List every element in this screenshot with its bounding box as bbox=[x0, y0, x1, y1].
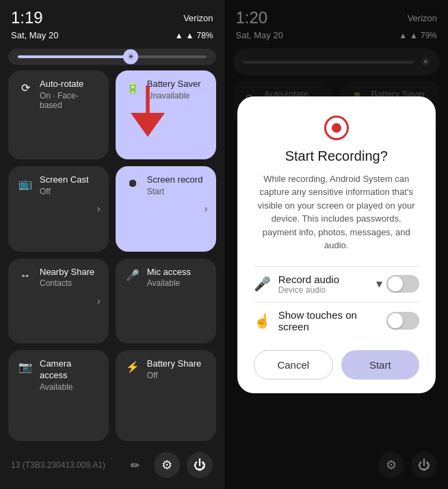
screen-record-icon: ⏺ bbox=[125, 176, 140, 191]
battery-saver-icon: 🔋 bbox=[125, 80, 140, 95]
show-touches-option[interactable]: ☝ Show touches on screen bbox=[254, 302, 419, 339]
tile-nearby-share-text: Nearby Share Contacts bbox=[40, 267, 99, 289]
screen-cast-icon: 📺 bbox=[18, 176, 33, 191]
tile-camera-access[interactable]: 📷 Camera access Available bbox=[8, 350, 109, 441]
auto-rotate-sub: On · Face-based bbox=[40, 91, 99, 110]
camera-access-sub: Available bbox=[40, 382, 99, 392]
tile-battery-saver[interactable]: 🔋 Battery Saver Unavailable bbox=[116, 70, 216, 159]
mic-access-icon: 🎤 bbox=[125, 268, 140, 283]
right-panel: 1:20 Verizon Sat, May 20 ▲ ▲ 79% ☀ ⟳ Aut… bbox=[225, 0, 449, 489]
brightness-slider[interactable] bbox=[8, 49, 216, 65]
record-audio-option[interactable]: 🎤 Record audio Device audio ▾ bbox=[254, 266, 419, 302]
nearby-share-sub: Contacts bbox=[40, 278, 99, 288]
screen-cast-chevron: › bbox=[97, 203, 101, 214]
record-audio-sub: Device audio bbox=[278, 285, 376, 295]
record-audio-text: Record audio Device audio bbox=[278, 274, 376, 295]
power-button[interactable]: ⏻ bbox=[187, 452, 213, 478]
battery-share-title: Battery Share bbox=[147, 358, 207, 370]
tile-battery-share[interactable]: ⚡ Battery Share Off bbox=[116, 350, 216, 441]
show-touches-controls bbox=[386, 312, 419, 330]
tiles-grid: ⟳ Auto-rotate On · Face-based 🔋 Battery … bbox=[0, 70, 224, 441]
tile-screen-record-text: Screen record Start bbox=[147, 174, 207, 196]
tile-auto-rotate-text: Auto-rotate On · Face-based bbox=[40, 79, 99, 110]
camera-access-icon: 📷 bbox=[18, 360, 33, 375]
show-touches-title: Show touches on screen bbox=[278, 309, 386, 332]
tile-camera-access-text: Camera access Available bbox=[40, 358, 99, 392]
camera-access-title: Camera access bbox=[40, 358, 99, 382]
screen-record-sub: Start bbox=[147, 187, 207, 196]
show-touches-icon: ☝ bbox=[254, 313, 270, 329]
battery-share-icon: ⚡ bbox=[125, 360, 140, 375]
battery-saver-sub: Unavailable bbox=[147, 91, 207, 101]
tile-screen-record[interactable]: ⏺ Screen record Start › bbox=[116, 166, 216, 251]
start-recording-dialog: Start Recording? While recording, Androi… bbox=[237, 96, 436, 393]
dialog-title: Start Recording? bbox=[254, 148, 419, 164]
tile-screen-cast[interactable]: 📺 Screen Cast Off › bbox=[8, 166, 109, 251]
left-panel: 1:19 Verizon Sat, May 20 ▲ ▲ 78% ⟳ Auto-… bbox=[0, 0, 224, 489]
start-button[interactable]: Start bbox=[341, 350, 419, 380]
nearby-share-title: Nearby Share bbox=[40, 267, 99, 278]
screen-cast-sub: Off bbox=[40, 187, 99, 196]
tile-auto-rotate[interactable]: ⟳ Auto-rotate On · Face-based bbox=[8, 70, 109, 159]
record-audio-controls: ▾ bbox=[376, 275, 419, 293]
mic-access-title: Mic access bbox=[147, 267, 207, 278]
auto-rotate-title: Auto-rotate bbox=[40, 79, 99, 90]
tile-battery-share-text: Battery Share Off bbox=[147, 358, 207, 380]
record-audio-title: Record audio bbox=[278, 274, 376, 285]
record-audio-dropdown[interactable]: ▾ bbox=[376, 276, 382, 291]
nearby-share-chevron: › bbox=[97, 295, 101, 306]
tile-screen-cast-text: Screen Cast Off bbox=[40, 174, 99, 196]
left-date: Sat, May 20 bbox=[11, 30, 58, 40]
dialog-buttons: Cancel Start bbox=[254, 350, 419, 380]
settings-button[interactable]: ⚙ bbox=[154, 452, 180, 478]
screen-record-title: Screen record bbox=[147, 174, 207, 186]
build-info: 13 (T3B3.230413.009.A1) bbox=[11, 460, 105, 470]
left-status-bar: 1:19 Verizon bbox=[0, 0, 224, 30]
dialog-record-icon-wrapper bbox=[254, 116, 419, 140]
left-time: 1:19 bbox=[11, 8, 43, 27]
screen-record-chevron: › bbox=[205, 203, 208, 214]
left-carrier: Verizon bbox=[183, 13, 213, 23]
tile-mic-access[interactable]: 🎤 Mic access Available bbox=[116, 259, 216, 343]
screen-cast-title: Screen Cast bbox=[40, 174, 99, 186]
left-status-sub: Sat, May 20 ▲ ▲ 78% bbox=[0, 30, 224, 46]
battery-share-sub: Off bbox=[147, 371, 207, 380]
auto-rotate-icon: ⟳ bbox=[18, 80, 33, 95]
tile-battery-saver-text: Battery Saver Unavailable bbox=[147, 79, 207, 101]
nearby-share-icon: ↔ bbox=[18, 268, 33, 283]
record-icon bbox=[324, 116, 349, 140]
battery-text: 78% bbox=[196, 31, 213, 40]
brightness-fill bbox=[18, 55, 131, 58]
show-touches-toggle[interactable] bbox=[386, 312, 419, 330]
wifi-icon: ▲ bbox=[175, 31, 183, 40]
brightness-track bbox=[18, 55, 207, 58]
edit-icon[interactable]: ✏ bbox=[131, 459, 140, 472]
signal-icon: ▲ bbox=[186, 31, 194, 40]
show-touches-text: Show touches on screen bbox=[278, 309, 386, 332]
cancel-button[interactable]: Cancel bbox=[254, 350, 333, 380]
mic-access-sub: Available bbox=[147, 278, 207, 288]
record-audio-icon: 🎤 bbox=[254, 276, 270, 292]
battery-saver-title: Battery Saver bbox=[147, 79, 207, 90]
dialog-body: While recording, Android System can capt… bbox=[254, 172, 419, 252]
tile-nearby-share[interactable]: ↔ Nearby Share Contacts › bbox=[8, 259, 109, 343]
tile-mic-access-text: Mic access Available bbox=[147, 267, 207, 289]
left-bottom-bar: 13 (T3B3.230413.009.A1) ✏ ⚙ ⏻ bbox=[0, 447, 224, 489]
left-status-icons: ▲ ▲ 78% bbox=[175, 31, 213, 40]
brightness-thumb bbox=[123, 49, 138, 64]
dialog-overlay: Start Recording? While recording, Androi… bbox=[225, 0, 449, 489]
record-audio-toggle[interactable] bbox=[386, 275, 419, 293]
